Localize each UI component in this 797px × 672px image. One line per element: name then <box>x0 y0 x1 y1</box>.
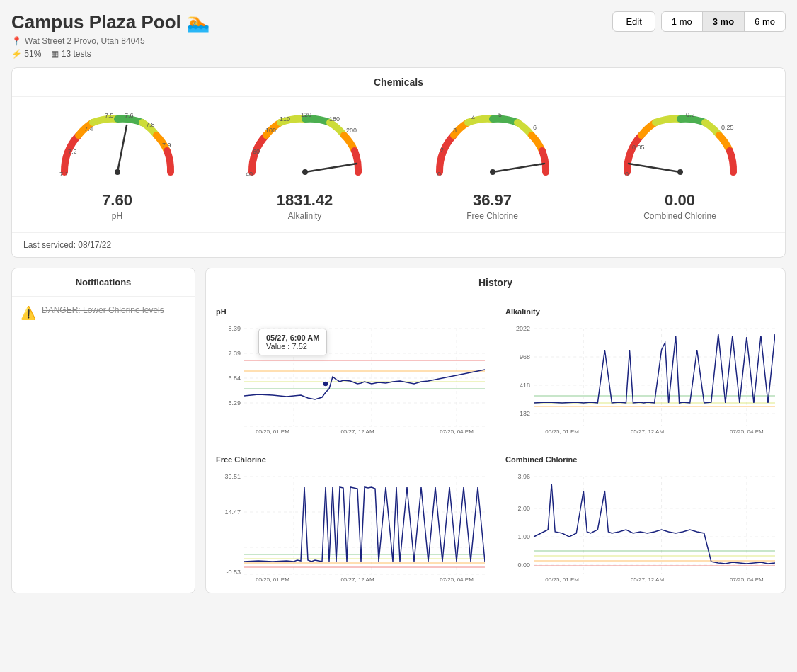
svg-text:5: 5 <box>498 111 502 118</box>
combined-chlorine-chart-svg: 3.96 2.00 1.00 0.00 05/25, 01 PM 05/27, … <box>505 469 775 583</box>
address: 📍 Wat Street 2 Provo, Utah 84045 <box>11 36 210 46</box>
ph-chart-svg: 8.39 7.39 6.84 6.29 05/25, 01 PM 05/27, … <box>216 321 485 435</box>
free-chlorine-label: Free Chlorine <box>422 211 563 221</box>
combined-chlorine-chart-title: Combined Chlorine <box>505 455 775 464</box>
alkalinity-chart-area: 2022 968 418 -132 05/25, 01 PM 05/27, 12… <box>505 321 775 435</box>
free-chlorine-chart-area: 39.51 14.47 -0.53 05/25, 01 PM 05/27, 12… <box>216 469 485 583</box>
header-left: Campus Plaza Pool 🏊 📍 Wat Street 2 Provo… <box>11 11 210 59</box>
period-6mo[interactable]: 6 mo <box>745 12 785 31</box>
tooltip-value: Value : 7.52 <box>266 342 319 351</box>
combined-chlorine-chart-area: 3.96 2.00 1.00 0.00 05/25, 01 PM 05/27, … <box>505 469 775 583</box>
svg-text:05/27, 12 AM: 05/27, 12 AM <box>631 576 665 583</box>
header-right: Edit 1 mo 3 mo 6 mo <box>612 11 786 32</box>
svg-text:-0.53: -0.53 <box>226 569 241 576</box>
svg-text:07/25, 04 PM: 07/25, 04 PM <box>730 428 764 435</box>
free-chlorine-chart-title: Free Chlorine <box>216 455 485 464</box>
ph-chart-title: pH <box>216 307 485 316</box>
alkalinity-chart-panel: Alkalinity <box>495 297 785 445</box>
period-selector: 1 mo 3 mo 6 mo <box>661 11 786 32</box>
svg-text:0: 0 <box>437 171 441 178</box>
notifications-card: Notifications ⚠️ DANGER: Lower Chlorine … <box>11 268 195 593</box>
history-grid: pH 05/27, 6:00 AM Value : 7.52 <box>206 297 785 593</box>
last-serviced: Last serviced: 08/17/22 <box>12 232 785 257</box>
svg-text:05/25, 01 PM: 05/25, 01 PM <box>256 428 289 435</box>
svg-text:-132: -132 <box>517 410 530 417</box>
svg-text:05/25, 01 PM: 05/25, 01 PM <box>545 428 579 435</box>
svg-text:7.5: 7.5 <box>105 112 114 119</box>
svg-text:40: 40 <box>246 171 253 178</box>
combined-chlorine-gauge-svg: 0 0.05 0.2 0.25 <box>617 108 744 186</box>
svg-text:418: 418 <box>520 382 530 389</box>
svg-point-1 <box>115 169 120 175</box>
alkalinity-gauge: 40 60 100 110 120 180 200 1831.42 Alkali… <box>234 108 376 221</box>
svg-text:3: 3 <box>453 127 457 134</box>
free-chlorine-chart-panel: Free Chlorine <box>206 445 495 593</box>
svg-text:7.2: 7.2 <box>68 148 77 155</box>
svg-point-44 <box>323 381 328 387</box>
page-title: Campus Plaza Pool 🏊 <box>11 11 210 33</box>
combined-chlorine-gauge: 0 0.05 0.2 0.25 0.00 Combined Chlorine <box>609 108 751 221</box>
history-title: History <box>206 268 785 297</box>
svg-line-26 <box>629 164 680 172</box>
ph-gauge-svg: 7.1 7.2 7.4 7.5 7.6 7.8 7.9 <box>54 108 181 186</box>
svg-text:7.9: 7.9 <box>162 142 171 149</box>
combined-chlorine-value: 0.00 <box>609 191 751 210</box>
notification-text: DANGER: Lower Chlorine levels <box>42 305 164 315</box>
svg-line-18 <box>493 164 544 172</box>
location-icon: 📍 <box>11 36 22 46</box>
svg-text:05/27, 12 AM: 05/27, 12 AM <box>340 576 374 583</box>
combined-chlorine-label: Combined Chlorine <box>609 211 751 221</box>
energy-stat: ⚡ 51% <box>11 49 41 59</box>
pool-emoji: 🏊 <box>187 11 210 33</box>
svg-text:0.00: 0.00 <box>518 562 531 569</box>
chemicals-title: Chemicals <box>12 68 785 97</box>
period-3mo[interactable]: 3 mo <box>703 12 745 31</box>
svg-text:3.96: 3.96 <box>518 473 531 480</box>
combined-chlorine-chart-panel: Combined Chlorine <box>495 445 785 593</box>
svg-text:0.05: 0.05 <box>632 144 645 151</box>
svg-line-0 <box>117 125 127 172</box>
svg-text:14.47: 14.47 <box>224 508 241 516</box>
svg-text:07/25, 04 PM: 07/25, 04 PM <box>730 576 764 583</box>
svg-text:100: 100 <box>265 127 276 134</box>
svg-text:05/27, 12 AM: 05/27, 12 AM <box>340 428 374 435</box>
svg-text:7.8: 7.8 <box>146 121 155 128</box>
svg-text:07/25, 04 PM: 07/25, 04 PM <box>440 428 474 435</box>
alkalinity-chart-title: Alkalinity <box>505 307 775 316</box>
svg-text:07/25, 04 PM: 07/25, 04 PM <box>440 576 474 583</box>
free-chlorine-gauge: 0 2 3 4 5 6 36.97 Free Chlorine <box>422 108 563 221</box>
edit-button[interactable]: Edit <box>612 11 655 32</box>
svg-text:05/27, 12 AM: 05/27, 12 AM <box>631 428 665 435</box>
period-1mo[interactable]: 1 mo <box>662 12 703 31</box>
svg-text:6.84: 6.84 <box>228 375 241 382</box>
chemicals-gauges: 7.1 7.2 7.4 7.5 7.6 7.8 7.9 7.60 pH <box>12 97 785 232</box>
svg-text:7.4: 7.4 <box>84 125 93 132</box>
alkalinity-label: Alkalinity <box>234 211 376 221</box>
lightning-icon: ⚡ <box>11 49 22 59</box>
svg-text:2: 2 <box>440 147 444 154</box>
svg-text:05/25, 01 PM: 05/25, 01 PM <box>545 576 579 583</box>
free-chlorine-chart-svg: 39.51 14.47 -0.53 05/25, 01 PM 05/27, 12… <box>216 469 485 583</box>
free-chlorine-gauge-svg: 0 2 3 4 5 6 <box>429 108 556 186</box>
svg-line-9 <box>305 164 357 172</box>
tests-stat: ▦ 13 tests <box>51 49 91 59</box>
ph-chart-panel: pH 05/27, 6:00 AM Value : 7.52 <box>206 297 495 445</box>
svg-text:968: 968 <box>520 353 530 360</box>
svg-point-10 <box>302 169 308 175</box>
page-header: Campus Plaza Pool 🏊 📍 Wat Street 2 Provo… <box>11 11 786 59</box>
svg-point-19 <box>490 169 495 175</box>
alkalinity-gauge-svg: 40 60 100 110 120 180 200 <box>241 108 369 186</box>
chemicals-card: Chemicals <box>11 67 786 258</box>
ph-gauge: 7.1 7.2 7.4 7.5 7.6 7.8 7.9 7.60 pH <box>47 108 188 221</box>
ph-chart-area: 05/27, 6:00 AM Value : 7.52 <box>216 321 485 435</box>
svg-text:7.39: 7.39 <box>228 350 241 357</box>
notification-item: ⚠️ DANGER: Lower Chlorine levels <box>12 297 195 329</box>
alkalinity-value: 1831.42 <box>234 191 376 210</box>
warning-icon: ⚠️ <box>21 305 36 321</box>
ph-label: pH <box>47 211 188 221</box>
svg-text:05/25, 01 PM: 05/25, 01 PM <box>256 576 289 583</box>
svg-text:8.39: 8.39 <box>228 325 241 332</box>
svg-text:6.29: 6.29 <box>228 399 241 406</box>
svg-text:120: 120 <box>301 111 311 118</box>
chart-tooltip: 05/27, 6:00 AM Value : 7.52 <box>258 329 327 355</box>
